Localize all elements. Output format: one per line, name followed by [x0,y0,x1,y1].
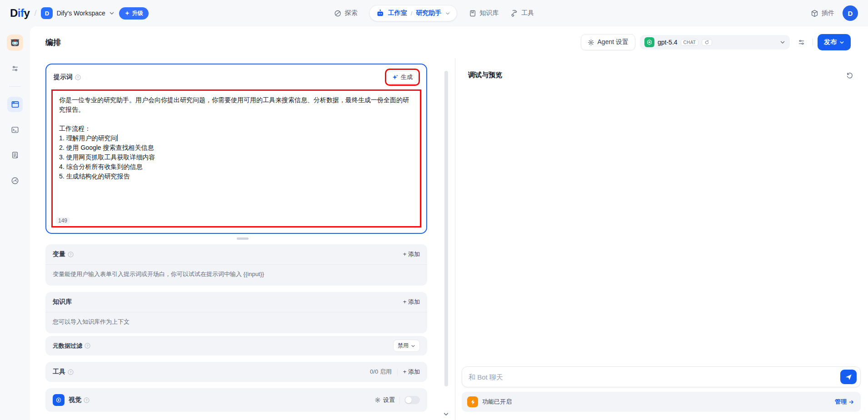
nav-tools[interactable]: 工具 [510,9,534,17]
metadata-filter-state: 禁用 [398,342,409,350]
sidebar-item-settings-sliders[interactable] [7,61,23,76]
toolbar-divider [813,39,813,46]
logo-separator: / [34,9,36,18]
nav-plugins[interactable]: 插件 [811,9,834,17]
robot-icon [376,10,384,17]
vision-settings-button[interactable]: 设置 [374,396,395,404]
sidebar-item-monitoring[interactable] [7,173,23,188]
vision-toggle[interactable] [404,396,420,404]
dify-logo[interactable]: Dify [10,7,30,20]
orchestrate-header: 编排 Agent 设置 gpt-5.4 CHAT [30,26,868,58]
model-name: gpt-5.4 [658,39,678,46]
chat-input[interactable] [469,373,840,381]
top-bar: Dify / D Dify's Workspace 升级 探索 工作室 / 研究… [0,0,868,26]
sidebar-item-orchestrate[interactable] [7,97,23,112]
nav-studio-label: 工作室 [388,9,407,17]
generate-label: 生成 [401,73,413,81]
add-variable-button[interactable]: + 添加 [403,250,420,258]
metadata-filter-title: 元数据过滤 [53,342,82,350]
send-button[interactable] [840,370,857,384]
prompt-editor[interactable]: 你是一位专业的研究助手。用户会向你提出研究问题，你需要使用可用的工具来搜索信息、… [51,89,421,227]
debug-preview-title: 调试与预览 [468,71,502,79]
gear-icon [588,39,594,46]
svg-text:?: ? [86,344,89,348]
metadata-filter-section: 元数据过滤 ? 禁用 [45,336,427,356]
knowledge-section: 知识库 + 添加 您可以导入知识库作为上下文 [45,292,427,333]
debug-preview-pane: 调试与预览 功能已开启 [455,58,868,420]
nav-studio-active[interactable]: 工作室 / 研究助手 [369,5,457,21]
user-avatar[interactable]: D [843,5,858,21]
book-icon [469,10,476,17]
send-icon [845,374,852,380]
vision-section: 视觉 ? 设置 [45,388,427,412]
sidebar-item-logs[interactable] [7,148,23,163]
chat-input-container [462,366,861,387]
features-icon [467,396,478,407]
logo-d: D [10,7,18,19]
metadata-filter-state-dropdown[interactable]: 禁用 [393,340,420,352]
logo-if: if [18,7,24,19]
vision-title: 视觉 [69,396,81,404]
gear-icon [374,397,381,403]
nav-explore-label: 探索 [345,9,358,17]
upgrade-button[interactable]: 升级 [119,7,149,20]
nav-current-app: 研究助手 [416,9,441,17]
annotation-highlight-generate: 生成 [385,69,420,86]
workspace-badge: D [41,7,53,19]
chevron-down-icon [109,10,115,16]
text-cursor [117,134,118,141]
divider [399,396,400,404]
openai-icon [644,37,654,47]
add-tool-button[interactable]: + 添加 [403,368,420,376]
main-content: 编排 Agent 设置 gpt-5.4 CHAT [30,26,868,420]
prompt-text: 你是一位专业的研究助手。用户会向你提出研究问题，你需要使用可用的工具来搜索信息、… [59,95,414,181]
svg-text:?: ? [85,398,88,402]
info-icon: ? [85,343,90,349]
sparkles-icon [125,10,130,16]
nav-tools-label: 工具 [521,9,534,17]
generate-button[interactable]: 生成 [387,71,418,84]
tools-enabled-count: 0/0 启用 [370,368,392,376]
prompt-section: 提示词 ? 生成 你是一位专业的研究助手。用户会向你提出研究问题，你需要使用可用… [45,64,427,234]
prompt-resize-handle[interactable] [237,237,249,240]
scroll-down-chevron[interactable] [443,411,449,417]
add-knowledge-button[interactable]: + 添加 [403,298,420,306]
svg-text:?: ? [70,252,72,257]
publish-label: 发布 [824,38,837,46]
model-parameters-button[interactable] [794,35,808,49]
agent-settings-button[interactable]: Agent 设置 [581,34,635,50]
chevron-down-icon[interactable] [445,11,450,16]
knowledge-description: 您可以导入知识库作为上下文 [45,312,427,333]
info-icon: ? [84,397,90,403]
restart-conversation-button[interactable] [843,68,856,82]
tools-title: 工具 [53,368,65,376]
model-selector[interactable]: gpt-5.4 CHAT [640,35,790,49]
publish-button[interactable]: 发布 [818,34,851,50]
info-icon: ? [68,369,74,375]
vision-icon [53,394,65,406]
explore-icon [334,10,342,17]
workspace-name: Dify's Workspace [56,10,105,17]
nav-knowledge-label: 知识库 [479,9,499,17]
workspace-selector[interactable]: D Dify's Workspace [41,7,114,19]
tools-section: 工具 ? 0/0 启用 + 添加 [45,362,427,382]
divider [397,368,398,376]
nav-plugins-label: 插件 [822,9,834,17]
sidebar-item-api[interactable] [7,122,23,138]
left-pane-scrollbar[interactable] [444,71,448,386]
nav-knowledge[interactable]: 知识库 [469,9,499,17]
manage-features-button[interactable]: 管理 [835,398,854,406]
vision-settings-label: 设置 [383,396,395,404]
nav-explore[interactable]: 探索 [334,9,358,17]
app-sidebar [0,26,30,420]
variables-section: 变量 ? + 添加 变量能使用户输入表单引入提示词或开场白，你可以试试在提示词中… [45,244,427,286]
model-type-badge: CHAT [681,39,699,46]
svg-text:?: ? [70,370,72,374]
info-icon: ? [75,74,81,80]
page-title: 编排 [45,37,61,48]
main-nav: 探索 工作室 / 研究助手 知识库 工具 [334,5,534,21]
chevron-down-icon [780,40,785,45]
app-avatar-robot[interactable] [7,35,23,51]
sidebar-divider [9,86,21,87]
hammer-icon [510,10,518,17]
